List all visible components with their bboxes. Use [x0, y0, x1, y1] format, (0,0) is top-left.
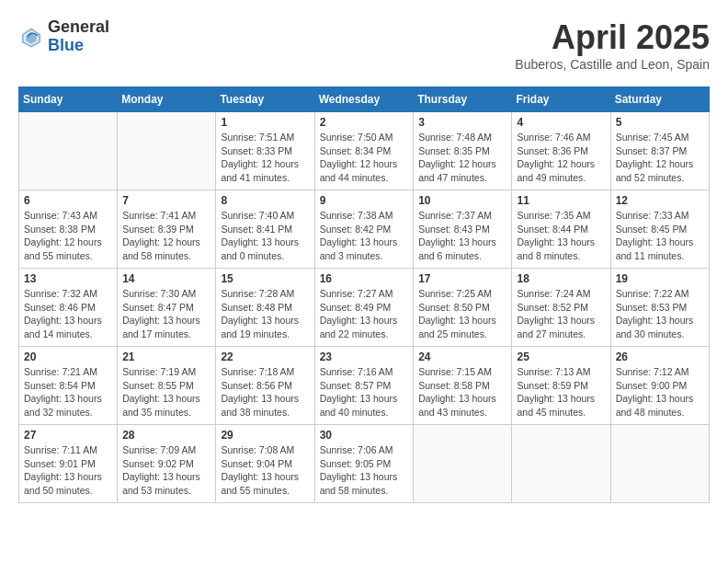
weekday-header-sunday: Sunday [19, 87, 118, 112]
calendar-cell: 16Sunrise: 7:27 AMSunset: 8:49 PMDayligh… [314, 269, 414, 347]
day-info: Sunrise: 7:16 AMSunset: 8:57 PMDaylight:… [320, 365, 409, 419]
day-number: 2 [320, 116, 409, 129]
calendar-cell: 8Sunrise: 7:40 AMSunset: 8:41 PMDaylight… [216, 190, 314, 269]
page-header: General Blue April 2025 Buberos, Castill… [18, 18, 710, 72]
day-number: 17 [418, 272, 506, 285]
day-number: 8 [221, 194, 309, 207]
calendar-cell: 12Sunrise: 7:33 AMSunset: 8:45 PMDayligh… [610, 190, 709, 269]
calendar-cell: 15Sunrise: 7:28 AMSunset: 8:48 PMDayligh… [216, 269, 314, 347]
day-number: 12 [616, 194, 704, 207]
calendar-title: April 2025 [515, 18, 710, 57]
calendar-cell: 6Sunrise: 7:43 AMSunset: 8:38 PMDaylight… [19, 190, 118, 269]
day-number: 19 [616, 272, 704, 285]
calendar-cell: 30Sunrise: 7:06 AMSunset: 9:05 PMDayligh… [314, 425, 414, 503]
day-number: 15 [221, 272, 309, 285]
day-number: 14 [122, 272, 210, 285]
day-number: 7 [122, 194, 210, 207]
day-number: 27 [24, 429, 112, 442]
calendar-cell: 18Sunrise: 7:24 AMSunset: 8:52 PMDayligh… [512, 269, 610, 347]
calendar-subtitle: Buberos, Castille and Leon, Spain [515, 57, 710, 72]
day-number: 9 [320, 194, 409, 207]
day-info: Sunrise: 7:50 AMSunset: 8:34 PMDaylight:… [320, 131, 409, 185]
calendar-cell: 27Sunrise: 7:11 AMSunset: 9:01 PMDayligh… [19, 425, 118, 503]
day-number: 25 [517, 350, 605, 363]
day-number: 3 [418, 116, 506, 129]
day-info: Sunrise: 7:11 AMSunset: 9:01 PMDaylight:… [24, 443, 112, 498]
day-number: 1 [221, 116, 309, 129]
day-number: 24 [418, 350, 506, 363]
day-number: 21 [122, 350, 210, 363]
day-number: 22 [221, 350, 309, 363]
weekday-header-wednesday: Wednesday [314, 87, 414, 112]
day-info: Sunrise: 7:13 AMSunset: 8:59 PMDaylight:… [517, 365, 605, 419]
calendar-cell [414, 425, 512, 503]
day-info: Sunrise: 7:38 AMSunset: 8:42 PMDaylight:… [320, 209, 409, 263]
calendar-cell: 13Sunrise: 7:32 AMSunset: 8:46 PMDayligh… [19, 269, 118, 347]
week-row-1: 1Sunrise: 7:51 AMSunset: 8:33 PMDaylight… [19, 112, 710, 190]
week-row-4: 20Sunrise: 7:21 AMSunset: 8:54 PMDayligh… [19, 347, 710, 425]
calendar-cell: 14Sunrise: 7:30 AMSunset: 8:47 PMDayligh… [118, 269, 216, 347]
day-number: 10 [418, 194, 506, 207]
day-number: 13 [24, 272, 112, 285]
logo-text: General Blue [48, 18, 109, 55]
day-number: 23 [320, 350, 409, 363]
calendar-cell: 7Sunrise: 7:41 AMSunset: 8:39 PMDaylight… [118, 190, 216, 269]
calendar-cell: 2Sunrise: 7:50 AMSunset: 8:34 PMDaylight… [314, 112, 414, 190]
weekday-header-row: SundayMondayTuesdayWednesdayThursdayFrid… [19, 87, 710, 112]
day-number: 5 [616, 116, 704, 129]
day-info: Sunrise: 7:51 AMSunset: 8:33 PMDaylight:… [221, 131, 309, 185]
day-info: Sunrise: 7:24 AMSunset: 8:52 PMDaylight:… [517, 287, 605, 341]
calendar-cell: 23Sunrise: 7:16 AMSunset: 8:57 PMDayligh… [314, 347, 414, 425]
calendar-cell: 21Sunrise: 7:19 AMSunset: 8:55 PMDayligh… [118, 347, 216, 425]
day-info: Sunrise: 7:18 AMSunset: 8:56 PMDaylight:… [221, 365, 309, 419]
day-info: Sunrise: 7:22 AMSunset: 8:53 PMDaylight:… [616, 287, 704, 341]
day-info: Sunrise: 7:12 AMSunset: 9:00 PMDaylight:… [616, 365, 704, 419]
calendar-cell: 22Sunrise: 7:18 AMSunset: 8:56 PMDayligh… [216, 347, 314, 425]
day-info: Sunrise: 7:27 AMSunset: 8:49 PMDaylight:… [320, 287, 409, 341]
logo-blue-text: Blue [48, 37, 109, 55]
calendar-cell: 11Sunrise: 7:35 AMSunset: 8:44 PMDayligh… [512, 190, 610, 269]
day-info: Sunrise: 7:09 AMSunset: 9:02 PMDaylight:… [122, 443, 210, 498]
day-info: Sunrise: 7:28 AMSunset: 8:48 PMDaylight:… [221, 287, 309, 341]
day-number: 30 [320, 429, 409, 442]
day-info: Sunrise: 7:33 AMSunset: 8:45 PMDaylight:… [616, 209, 704, 263]
calendar-cell: 1Sunrise: 7:51 AMSunset: 8:33 PMDaylight… [216, 112, 314, 190]
calendar-cell: 3Sunrise: 7:48 AMSunset: 8:35 PMDaylight… [414, 112, 512, 190]
calendar-cell: 24Sunrise: 7:15 AMSunset: 8:58 PMDayligh… [414, 347, 512, 425]
calendar-cell: 20Sunrise: 7:21 AMSunset: 8:54 PMDayligh… [19, 347, 118, 425]
day-info: Sunrise: 7:19 AMSunset: 8:55 PMDaylight:… [122, 365, 210, 419]
logo-icon [18, 24, 44, 50]
logo-general-text: General [48, 18, 109, 37]
day-info: Sunrise: 7:35 AMSunset: 8:44 PMDaylight:… [517, 209, 605, 263]
day-info: Sunrise: 7:08 AMSunset: 9:04 PMDaylight:… [221, 443, 309, 498]
day-info: Sunrise: 7:32 AMSunset: 8:46 PMDaylight:… [24, 287, 112, 341]
day-number: 4 [517, 116, 605, 129]
week-row-5: 27Sunrise: 7:11 AMSunset: 9:01 PMDayligh… [19, 425, 710, 503]
calendar-cell: 29Sunrise: 7:08 AMSunset: 9:04 PMDayligh… [216, 425, 314, 503]
calendar-cell [610, 425, 709, 503]
day-info: Sunrise: 7:21 AMSunset: 8:54 PMDaylight:… [24, 365, 112, 419]
calendar-cell: 25Sunrise: 7:13 AMSunset: 8:59 PMDayligh… [512, 347, 610, 425]
day-info: Sunrise: 7:45 AMSunset: 8:37 PMDaylight:… [616, 131, 704, 185]
weekday-header-friday: Friday [512, 87, 610, 112]
day-info: Sunrise: 7:30 AMSunset: 8:47 PMDaylight:… [122, 287, 210, 341]
day-info: Sunrise: 7:15 AMSunset: 8:58 PMDaylight:… [418, 365, 506, 419]
day-number: 16 [320, 272, 409, 285]
day-info: Sunrise: 7:40 AMSunset: 8:41 PMDaylight:… [221, 209, 309, 263]
calendar-cell: 28Sunrise: 7:09 AMSunset: 9:02 PMDayligh… [118, 425, 216, 503]
day-number: 11 [517, 194, 605, 207]
week-row-2: 6Sunrise: 7:43 AMSunset: 8:38 PMDaylight… [19, 190, 710, 269]
calendar-table: SundayMondayTuesdayWednesdayThursdayFrid… [18, 86, 710, 503]
calendar-cell: 9Sunrise: 7:38 AMSunset: 8:42 PMDaylight… [314, 190, 414, 269]
day-info: Sunrise: 7:48 AMSunset: 8:35 PMDaylight:… [418, 131, 506, 185]
day-number: 20 [24, 350, 112, 363]
calendar-cell [512, 425, 610, 503]
day-info: Sunrise: 7:41 AMSunset: 8:39 PMDaylight:… [122, 209, 210, 263]
calendar-cell: 19Sunrise: 7:22 AMSunset: 8:53 PMDayligh… [610, 269, 709, 347]
calendar-cell [19, 112, 118, 190]
calendar-cell: 26Sunrise: 7:12 AMSunset: 9:00 PMDayligh… [610, 347, 709, 425]
calendar-cell: 5Sunrise: 7:45 AMSunset: 8:37 PMDaylight… [610, 112, 709, 190]
week-row-3: 13Sunrise: 7:32 AMSunset: 8:46 PMDayligh… [19, 269, 710, 347]
calendar-cell: 10Sunrise: 7:37 AMSunset: 8:43 PMDayligh… [414, 190, 512, 269]
day-info: Sunrise: 7:25 AMSunset: 8:50 PMDaylight:… [418, 287, 506, 341]
